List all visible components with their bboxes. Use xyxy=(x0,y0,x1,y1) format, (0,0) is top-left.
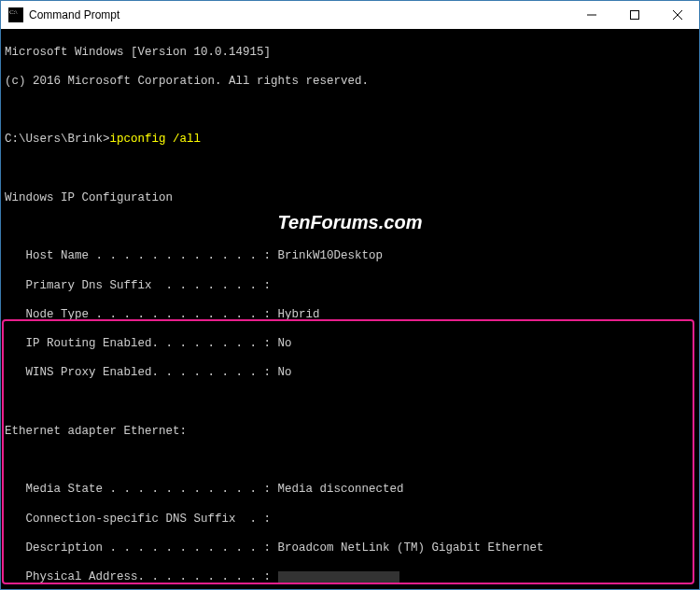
eth-media-row: Media State . . . . . . . . . . . : Medi… xyxy=(5,483,695,498)
copyright-line: (c) 2016 Microsoft Corporation. All righ… xyxy=(5,75,695,90)
terminal-output[interactable]: Microsoft Windows [Version 10.0.14915] (… xyxy=(1,29,699,589)
redacted-mac xyxy=(278,571,399,583)
version-line: Microsoft Windows [Version 10.0.14915] xyxy=(5,46,695,61)
command-text: ipconfig /all xyxy=(110,133,202,146)
eth-phys-row: Physical Address. . . . . . . . . : xyxy=(5,570,695,585)
nodetype-row: Node Type . . . . . . . . . . . . : Hybr… xyxy=(5,308,695,323)
prompt-line: C:\Users\Brink>ipconfig /all xyxy=(5,133,695,148)
minimize-button[interactable] xyxy=(570,1,613,29)
iprouting-row: IP Routing Enabled. . . . . . . . : No xyxy=(5,337,695,352)
eth-desc-row: Description . . . . . . . . . . . : Broa… xyxy=(5,541,695,556)
svg-rect-1 xyxy=(631,11,639,20)
titlebar[interactable]: Command Prompt xyxy=(1,1,699,29)
app-icon xyxy=(8,7,23,22)
eth-suffix-row: Connection-specific DNS Suffix . : xyxy=(5,513,695,527)
window-controls xyxy=(570,1,699,29)
winsproxy-row: WINS Proxy Enabled. . . . . . . . : No xyxy=(5,366,695,381)
prompt-path: C:\Users\Brink> xyxy=(5,133,110,146)
window-title: Command Prompt xyxy=(29,8,570,21)
dnssuffix-row: Primary Dns Suffix . . . . . . . : xyxy=(5,279,695,294)
maximize-button[interactable] xyxy=(613,1,656,29)
command-prompt-window: Command Prompt Microsoft Windows [Versio… xyxy=(0,0,700,590)
section-ethernet: Ethernet adapter Ethernet: xyxy=(5,425,695,440)
section-ip-config: Windows IP Configuration xyxy=(5,191,695,206)
hostname-row: Host Name . . . . . . . . . . . . : Brin… xyxy=(5,249,695,264)
close-button[interactable] xyxy=(656,1,699,29)
